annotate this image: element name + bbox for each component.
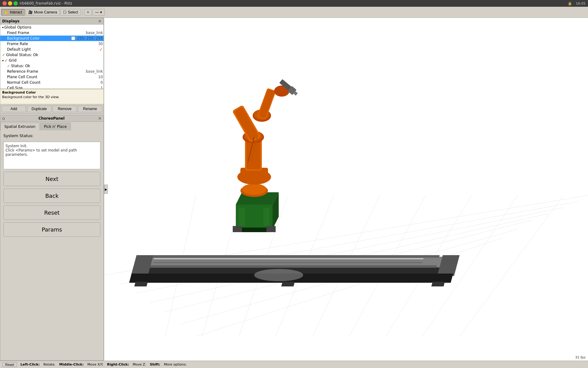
status-middle-action: Move X/Y.: [87, 362, 103, 366]
minus-icon: —: [95, 10, 99, 14]
displays-header: Displays ✕: [0, 18, 104, 25]
interact-label: Interact: [10, 10, 22, 14]
status-right-action: Move Z.: [133, 362, 146, 366]
maximize-button[interactable]: [13, 1, 18, 6]
close-button[interactable]: [2, 1, 7, 6]
tree-row-global-options[interactable]: ▾ Global Options: [0, 25, 104, 30]
svg-point-39: [242, 184, 266, 195]
window-controls[interactable]: [2, 1, 18, 6]
tooltip-title: Background Color: [2, 90, 102, 94]
minimize-button[interactable]: [8, 1, 12, 6]
status-left-action: Rotate.: [43, 362, 56, 366]
collapse-arrow[interactable]: ▶: [104, 185, 108, 194]
displays-tree[interactable]: ▾ Global Options Fixed Frame base_link B…: [0, 25, 104, 89]
status-left-click-label: Left-Click:: [21, 362, 40, 366]
svg-rect-34: [239, 208, 245, 226]
tree-row-grid-status[interactable]: ✓ Status: Ok: [0, 63, 104, 69]
system-status-label: System Status:: [3, 133, 100, 138]
interact-button[interactable]: ✋ Interact: [1, 9, 25, 16]
viewport[interactable]: ▶ 31 fps: [104, 18, 588, 361]
displays-tooltip: Background Color Background color for th…: [0, 89, 104, 104]
choreo-content: System Status: System Init. Click <Param…: [0, 130, 104, 361]
fps-counter: 31 fps: [575, 355, 586, 359]
next-button[interactable]: Next: [3, 172, 100, 186]
default-light-check: ✓: [99, 47, 103, 52]
minus-toolbar-button[interactable]: — ▾: [92, 9, 105, 16]
displays-close-button[interactable]: ✕: [98, 19, 102, 23]
tree-row-default-light[interactable]: Default Light ✓: [0, 47, 104, 52]
svg-point-56: [254, 269, 303, 281]
toolbar-separator-1: [82, 9, 83, 16]
back-button[interactable]: Back: [3, 189, 100, 203]
tab-pick-n-place[interactable]: Pick n' Place: [40, 123, 71, 130]
tree-row-ref-frame[interactable]: Reference Frame base_link: [0, 69, 104, 74]
add-display-button[interactable]: Add: [2, 105, 26, 112]
svg-rect-25: [154, 258, 424, 259]
move-camera-button[interactable]: 🎥 Move Camera: [25, 9, 60, 16]
tree-row-grid[interactable]: ▾ ✓ Grid: [0, 58, 104, 63]
arrow-icon: ▾: [100, 10, 102, 14]
svg-rect-29: [431, 282, 445, 286]
camera-icon: 🎥: [28, 10, 33, 14]
tree-row-frame-rate[interactable]: Frame Rate 30: [0, 41, 104, 47]
statusbar: Reset Left-Click: Rotate. Middle-Click: …: [0, 361, 588, 368]
tree-row-cell-size[interactable]: Cell Size 1: [0, 85, 104, 89]
choreo-panel: ◇ ChoreoPanel ✕ Spatial Extrusion Pick n…: [0, 115, 104, 361]
status-shift-label: Shift:: [150, 362, 160, 366]
tree-row-normal-cell[interactable]: Normal Cell Count 0: [0, 80, 104, 85]
reset-button[interactable]: Reset: [3, 205, 100, 220]
clock: 16:05: [576, 2, 586, 6]
status-shift-action: More options.: [164, 362, 187, 366]
svg-rect-37: [266, 226, 276, 232]
grid-status-check: ✓: [7, 64, 10, 68]
svg-rect-28: [281, 282, 295, 286]
plus-icon: +: [87, 10, 89, 14]
displays-panel: Displays ✕ ▾ Global Options Fixed Frame …: [0, 18, 104, 114]
displays-buttons: Add Duplicate Remove Rename: [0, 104, 104, 114]
svg-rect-24: [153, 262, 423, 263]
tree-row-fixed-frame[interactable]: Fixed Frame base_link: [0, 30, 104, 36]
bg-color-swatch: [71, 36, 75, 40]
toolbar: ✋ Interact 🎥 Move Camera ☐ Select + — ▾: [0, 7, 588, 18]
add-toolbar-button[interactable]: +: [84, 9, 92, 16]
svg-rect-0: [104, 36, 588, 343]
rename-button[interactable]: Rename: [78, 105, 102, 112]
tab-spatial-extrusion[interactable]: Spatial Extrusion: [0, 123, 40, 131]
status-text-area[interactable]: System Init. Click <Params> to set model…: [3, 142, 100, 169]
choreo-close-button[interactable]: ✕: [98, 116, 102, 121]
displays-title: Displays: [2, 19, 20, 23]
duplicate-button[interactable]: Duplicate: [27, 105, 51, 112]
select-label: Select: [68, 10, 78, 14]
tree-row-background-color[interactable]: Background Color 255; 255; 255: [0, 36, 104, 41]
titlebar-left: irb6600_frameFab.rviz - RViz: [2, 1, 72, 6]
grid-check: ✓: [4, 58, 8, 63]
status-reset-button[interactable]: Reset: [2, 362, 17, 367]
global-status-check: ✓: [2, 53, 5, 57]
choreo-tabs: Spatial Extrusion Pick n' Place: [0, 122, 104, 130]
main-layout: Displays ✕ ▾ Global Options Fixed Frame …: [0, 18, 588, 361]
select-icon: ☐: [63, 10, 66, 14]
svg-rect-19: [151, 255, 440, 258]
svg-rect-27: [134, 282, 148, 286]
window-title: irb6600_frameFab.rviz - RViz: [20, 1, 72, 6]
remove-button[interactable]: Remove: [52, 105, 77, 112]
tree-arrow-global-options[interactable]: ▾: [2, 26, 4, 29]
params-button[interactable]: Params: [3, 222, 100, 237]
choreo-panel-icon: ◇: [2, 116, 5, 121]
status-middle-click-label: Middle-Click:: [59, 362, 84, 366]
svg-rect-36: [233, 226, 242, 232]
select-button[interactable]: ☐ Select: [60, 9, 81, 16]
tree-row-plane-cell[interactable]: Plane Cell Count 10: [0, 74, 104, 80]
tree-arrow-grid[interactable]: ▾: [2, 59, 4, 62]
svg-rect-35: [263, 208, 270, 226]
status-right-click-label: Right-Click:: [107, 362, 129, 366]
titlebar-right: 🔒 16:05: [568, 2, 586, 6]
move-camera-label: Move Camera: [34, 10, 57, 14]
choreo-panel-header: ◇ ChoreoPanel ✕: [0, 115, 104, 122]
interact-icon: ✋: [4, 10, 9, 14]
tree-row-global-status[interactable]: ✓ Global Status: Ok: [0, 52, 104, 58]
choreo-panel-title: ChoreoPanel: [38, 116, 64, 121]
left-panel: Displays ✕ ▾ Global Options Fixed Frame …: [0, 18, 104, 361]
svg-rect-20: [149, 265, 437, 268]
tooltip-text: Background color for the 3D view.: [2, 95, 102, 99]
